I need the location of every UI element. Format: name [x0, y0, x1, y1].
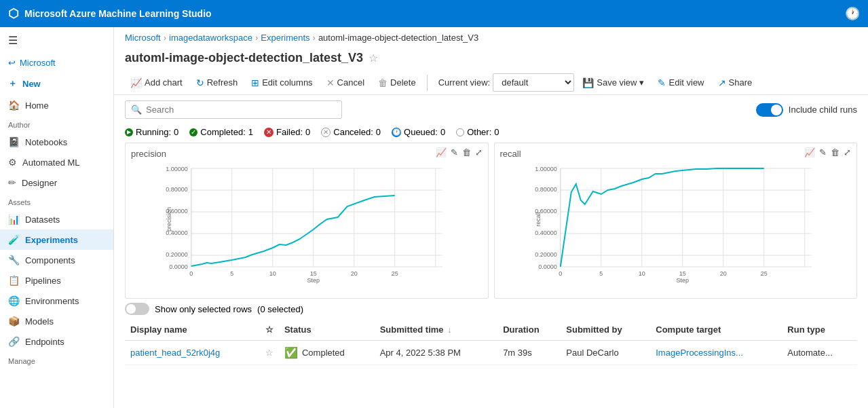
sidebar-item-endpoints[interactable]: 🔗 Endpoints	[0, 331, 113, 352]
svg-text:25: 25	[392, 270, 398, 277]
topbar-title: Microsoft Azure Machine Learning Studio	[24, 8, 212, 19]
components-label: Components	[25, 255, 75, 265]
sidebar-back-btn[interactable]: ↩ Microsoft	[0, 54, 113, 72]
sidebar-item-notebooks[interactable]: 📓 Notebooks	[0, 132, 113, 152]
other-count: 0	[494, 127, 499, 137]
experiments-icon: 🧪	[8, 234, 20, 245]
queued-dot: 🕐	[392, 128, 401, 137]
hamburger-menu[interactable]: ☰	[0, 27, 113, 54]
row-compute-target[interactable]: ImageProcessingIns...	[650, 341, 782, 365]
breadcrumb-microsoft[interactable]: Microsoft	[125, 33, 161, 43]
svg-text:20: 20	[351, 270, 358, 277]
search-input[interactable]	[146, 105, 336, 115]
precision-edit-icon[interactable]: ✎	[451, 147, 458, 157]
sidebar-item-components[interactable]: 🔧 Components	[0, 250, 113, 270]
save-view-button[interactable]: 💾 Save view ▾	[577, 74, 649, 92]
svg-text:0.20000: 0.20000	[535, 251, 557, 258]
selected-rows-row: Show only selected rows (0 selected)	[114, 299, 868, 319]
recall-delete-icon[interactable]: 🗑	[831, 147, 839, 157]
add-chart-button[interactable]: 📈 Add chart	[125, 74, 188, 92]
sidebar-item-models[interactable]: 📦 Models	[0, 311, 113, 331]
edit-columns-button[interactable]: ⊞ Edit columns	[246, 74, 318, 92]
col-display-name-label: Display name	[130, 324, 187, 335]
col-star[interactable]: ☆	[260, 319, 279, 341]
refresh-button[interactable]: ↻ Refresh	[191, 74, 244, 92]
breadcrumb-workspace[interactable]: imagedataworkspace	[169, 33, 252, 43]
queued-count: 0	[440, 127, 445, 137]
current-view-select[interactable]: default	[493, 73, 574, 92]
sidebar-item-designer[interactable]: ✏ Designer	[0, 172, 113, 193]
include-child-runs-switch[interactable]	[756, 103, 783, 117]
share-icon: ↗	[718, 77, 726, 88]
sidebar-back-label: Microsoft	[20, 58, 56, 68]
canceled-dot: ✕	[321, 128, 331, 137]
recall-expand-icon[interactable]: ⤢	[844, 147, 851, 157]
svg-text:0.80000: 0.80000	[535, 186, 557, 193]
canceled-count: 0	[376, 127, 381, 137]
col-display-name[interactable]: Display name	[125, 319, 260, 341]
cancel-button[interactable]: ✕ Cancel	[321, 74, 370, 92]
environments-label: Environments	[25, 296, 79, 306]
precision-chart: precision 📈 ✎ 🗑 ⤢	[125, 143, 489, 299]
charts-area: precision 📈 ✎ 🗑 ⤢	[114, 143, 868, 299]
breadcrumb: Microsoft › imagedataworkspace › Experim…	[114, 27, 868, 48]
edit-view-button[interactable]: ✎ Edit view	[652, 74, 709, 92]
new-label: New	[22, 79, 41, 89]
sidebar-item-home[interactable]: 🏠 Home	[0, 95, 113, 115]
new-button[interactable]: ＋ New	[0, 72, 113, 95]
recall-chart-title: recall	[500, 149, 852, 159]
row-display-name[interactable]: patient_head_52rk0j4g	[125, 341, 260, 365]
topbar: ⬡ Microsoft Azure Machine Learning Studi…	[0, 0, 868, 27]
col-compute-target: Compute target	[650, 319, 782, 341]
designer-icon: ✏	[8, 177, 16, 188]
refresh-icon: ↻	[196, 77, 204, 88]
svg-text:0: 0	[189, 270, 193, 277]
topbar-clock-icon: 🕐	[845, 6, 860, 21]
include-child-runs-toggle: Include child runs	[756, 103, 857, 117]
sidebar-item-experiments[interactable]: 🧪 Experiments	[0, 229, 113, 250]
sidebar-item-automated-ml[interactable]: ⚙ Automated ML	[0, 152, 113, 172]
add-chart-label: Add chart	[145, 77, 183, 88]
svg-text:0.0000: 0.0000	[169, 263, 188, 270]
favorite-star-icon[interactable]: ☆	[369, 52, 378, 64]
completed-label: Completed:	[200, 127, 245, 137]
share-button[interactable]: ↗ Share	[713, 74, 758, 92]
svg-text:25: 25	[760, 270, 767, 277]
sidebar-item-environments[interactable]: 🌐 Environments	[0, 291, 113, 311]
refresh-label: Refresh	[207, 77, 238, 88]
recall-chart-toolbar: 📈 ✎ 🗑 ⤢	[804, 147, 851, 157]
show-selected-toggle[interactable]	[125, 303, 149, 315]
recall-linechart-icon[interactable]: 📈	[804, 147, 815, 157]
sidebar-item-datasets[interactable]: 📊 Datasets	[0, 209, 113, 229]
datasets-icon: 📊	[8, 214, 20, 225]
precision-linechart-icon[interactable]: 📈	[436, 147, 447, 157]
delete-button[interactable]: 🗑 Delete	[373, 74, 421, 92]
col-compute-target-label: Compute target	[656, 324, 721, 335]
cancel-icon: ✕	[326, 77, 335, 88]
status-failed: ✕ Failed: 0	[264, 127, 310, 137]
row-run-type: Automate...	[782, 341, 857, 365]
completed-dot: ✓	[189, 128, 197, 136]
status-bar: ▶ Running: 0 ✓ Completed: 1 ✕ Failed: 0 …	[114, 124, 868, 143]
current-view-label: Current view:	[438, 77, 491, 88]
col-submitted-time[interactable]: Submitted time ↓	[375, 319, 497, 341]
sidebar-item-pipelines[interactable]: 📋 Pipelines	[0, 270, 113, 291]
endpoints-icon: 🔗	[8, 336, 20, 347]
breadcrumb-sep-3: ›	[313, 33, 316, 43]
row-star[interactable]: ☆	[260, 341, 279, 365]
svg-text:Step: Step	[307, 277, 320, 284]
precision-delete-icon[interactable]: 🗑	[462, 147, 471, 157]
row-status-icon: ✅	[284, 346, 298, 359]
precision-expand-icon[interactable]: ⤢	[475, 147, 483, 157]
precision-chart-svg: 0.0000 0.20000 0.40000 0.60000 0.80000 1…	[131, 162, 483, 284]
cancel-label: Cancel	[337, 77, 364, 88]
search-icon: 🔍	[131, 105, 142, 115]
designer-label: Designer	[22, 178, 57, 188]
recall-edit-icon[interactable]: ✎	[819, 147, 827, 157]
svg-text:10: 10	[269, 270, 276, 277]
col-submitted-by: Submitted by	[561, 319, 650, 341]
notebooks-icon: 📓	[8, 136, 20, 147]
endpoints-label: Endpoints	[25, 337, 64, 347]
breadcrumb-experiments[interactable]: Experiments	[261, 33, 309, 43]
save-icon: 💾	[582, 77, 594, 88]
